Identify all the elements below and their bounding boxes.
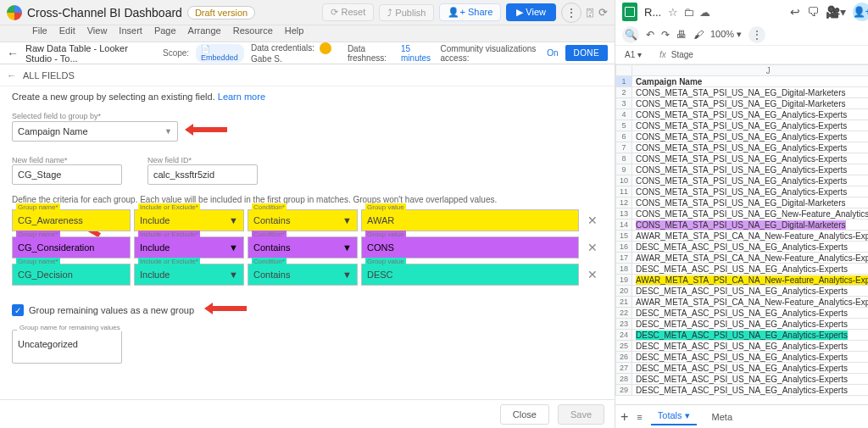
row-header[interactable]: 14 [616, 220, 632, 231]
cell[interactable]: CONS_META_STA_PSI_US_NA_EG_Digital-Marke… [632, 87, 868, 98]
draft-badge[interactable]: Draft version [187, 6, 255, 19]
toolbar-more-icon[interactable]: ⋮ [748, 26, 765, 43]
row-header[interactable]: 5 [616, 120, 632, 131]
tab-meta[interactable]: Meta [705, 409, 739, 425]
cell[interactable]: CONS_META_STA_PSI_US_NA_EG_Analytics-Exp… [632, 142, 868, 153]
row-header[interactable]: 10 [616, 175, 632, 186]
cell[interactable]: DESC_META_ASC_PSI_US_NA_EG_Analytics-Exp… [632, 374, 868, 385]
print-icon[interactable]: 🖶 [676, 29, 687, 41]
menu-help[interactable]: Help [285, 25, 304, 36]
cell[interactable]: CONS_META_STA_PSI_US_NA_EG_Analytics-Exp… [632, 109, 868, 120]
row-header[interactable]: 3 [616, 98, 632, 109]
view-button[interactable]: ▶ View [506, 3, 556, 21]
refresh-icon[interactable]: ⟳ [598, 6, 608, 19]
learn-more-link[interactable]: Learn more [218, 92, 265, 102]
name-box[interactable]: A1 ▾ [620, 48, 654, 61]
include-exclude-dropdown[interactable]: Include or Exclude*Include▼ [134, 236, 244, 258]
menu-page[interactable]: Page [154, 25, 176, 36]
cell[interactable]: DESC_META_ASC_PSI_US_NA_EG_Analytics-Exp… [632, 341, 868, 352]
row-header[interactable]: 7 [616, 142, 632, 153]
report-title[interactable]: Cross-Channel BI Dashboard [27, 6, 182, 19]
share-icon[interactable]: 👤+ [853, 3, 868, 21]
help-icon[interactable]: ⍰ [587, 6, 593, 19]
group-remaining-checkbox[interactable]: ✓ [12, 304, 24, 316]
row-header[interactable]: 28 [616, 374, 632, 385]
row-header[interactable]: 23 [616, 319, 632, 330]
freshness-value[interactable]: 15 minutes [401, 44, 434, 63]
search-menu-icon[interactable]: 🔍 [622, 26, 639, 43]
back-arrow-icon[interactable]: ← [7, 70, 16, 81]
row-header[interactable]: 8 [616, 153, 632, 164]
cell[interactable]: AWAR_META_STA_PSI_CA_NA_New-Feature_Anal… [632, 253, 868, 264]
history-icon[interactable]: ↩ [790, 5, 800, 19]
cell[interactable]: CONS_META_STA_PSI_US_NA_EG_Digital-Marke… [632, 98, 868, 109]
row-header[interactable]: 21 [616, 297, 632, 308]
redo-icon[interactable]: ↷ [661, 29, 670, 41]
cell[interactable]: AWAR_META_STA_PSI_CA_NA_New-Feature_Anal… [632, 275, 868, 286]
row-header[interactable]: 13 [616, 208, 632, 220]
close-button[interactable]: Close [500, 404, 549, 425]
sheets-title[interactable]: R... [644, 6, 661, 19]
cell[interactable]: DESC_META_ASC_PSI_US_NA_EG_Analytics-Exp… [632, 385, 868, 396]
row-header[interactable]: 26 [616, 352, 632, 363]
row-header[interactable]: 18 [616, 264, 632, 275]
menu-arrange[interactable]: Arrange [188, 25, 221, 36]
save-button[interactable]: Save [558, 404, 604, 425]
comments-icon[interactable]: 🗨 [807, 5, 819, 19]
cell[interactable]: DESC_META_ASC_PSI_US_NA_EG_Analytics-Exp… [632, 363, 868, 374]
cell[interactable]: CONS_META_STA_PSI_US_NA_EG_Digital-Marke… [632, 197, 868, 208]
cell[interactable]: CONS_META_STA_PSI_US_NA_EG_Analytics-Exp… [632, 120, 868, 131]
all-fields-breadcrumb[interactable]: ← ALL FIELDS [0, 64, 615, 86]
cell[interactable]: CONS_META_STA_PSI_US_NA_EG_Analytics-Exp… [632, 175, 868, 186]
cell[interactable]: DESC_META_ASC_PSI_US_NA_EG_Analytics-Exp… [632, 308, 868, 319]
scope-value[interactable]: 📄 Embedded [196, 44, 244, 63]
menu-file[interactable]: File [32, 25, 47, 36]
undo-icon[interactable]: ↶ [646, 29, 654, 41]
done-button[interactable]: DONE [565, 45, 609, 61]
publish-button[interactable]: ⤴ Publish [379, 4, 434, 21]
remaining-group-name-input[interactable]: Group name for remaining values Uncatego… [12, 330, 122, 364]
row-header[interactable]: 16 [616, 242, 632, 253]
new-field-name-input[interactable]: CG_Stage [12, 164, 122, 185]
cell[interactable]: AWAR_META_STA_PSI_CA_NA_New-Feature_Anal… [632, 297, 868, 308]
folder-icon[interactable]: 🗀 [683, 6, 694, 19]
column-title[interactable]: Campaign Name [632, 76, 868, 87]
star-icon[interactable]: ☆ [668, 6, 678, 19]
cell[interactable]: CONS_META_STA_PSI_US_NA_EG_Analytics-Exp… [632, 186, 868, 197]
row-header[interactable]: 9 [616, 164, 632, 175]
cell[interactable]: CONS_META_STA_PSI_US_NA_EG_Digital-Marke… [632, 220, 868, 231]
group-value-input[interactable]: Group valueDESC [361, 264, 579, 286]
row-header[interactable]: 20 [616, 286, 632, 297]
row-header[interactable]: 22 [616, 308, 632, 319]
zoom-dropdown[interactable]: 100% ▾ [710, 29, 742, 40]
cell[interactable]: CONS_META_STA_PSI_US_NA_EG_Analytics-Exp… [632, 131, 868, 142]
cell[interactable]: DESC_META_ASC_PSI_US_NA_EG_Analytics-Exp… [632, 242, 868, 253]
group-name-input[interactable]: Group name*CG_Consideration [12, 236, 131, 258]
cell[interactable]: DESC_META_ASC_PSI_US_NA_EG_Analytics-Exp… [632, 352, 868, 363]
meet-icon[interactable]: 🎥▾ [826, 5, 846, 19]
row-header[interactable]: 1 [616, 76, 632, 87]
remove-group-icon[interactable]: ✕ [582, 268, 603, 281]
tab-totals[interactable]: Totals ▾ [651, 408, 697, 425]
new-field-id-input[interactable]: calc_kssftr5zid [147, 164, 258, 185]
row-header[interactable]: 11 [616, 186, 632, 197]
more-menu-icon[interactable]: ⋮ [561, 3, 581, 23]
group-name-input[interactable]: Group name*CG_Decision [12, 264, 131, 286]
row-header[interactable]: 27 [616, 363, 632, 374]
condition-dropdown[interactable]: Condition*Contains▼ [248, 236, 358, 258]
credentials[interactable]: Data credentials: Gabe S. [251, 42, 341, 64]
condition-dropdown[interactable]: Condition*Contains▼ [248, 264, 358, 286]
row-header[interactable]: 25 [616, 341, 632, 352]
row-header[interactable]: 15 [616, 231, 632, 242]
add-sheet-icon[interactable]: + [620, 409, 628, 425]
row-header[interactable]: 19 [616, 275, 632, 286]
viz-value[interactable]: On [547, 48, 558, 58]
row-header[interactable]: 24 [616, 330, 632, 341]
cell[interactable]: CONS_META_STA_PSI_US_NA_EG_Analytics-Exp… [632, 153, 868, 164]
condition-dropdown[interactable]: Condition*Contains▼ [248, 209, 358, 231]
selected-field-dropdown[interactable]: Campaign Name▼ [12, 121, 178, 142]
formula-bar[interactable]: Stage [671, 50, 693, 59]
cell[interactable]: CONS_META_STA_PSI_US_NA_EG_New-Feature_A… [632, 208, 868, 220]
row-header[interactable]: 4 [616, 109, 632, 120]
group-value-input[interactable]: Group valueCONS [361, 236, 579, 258]
